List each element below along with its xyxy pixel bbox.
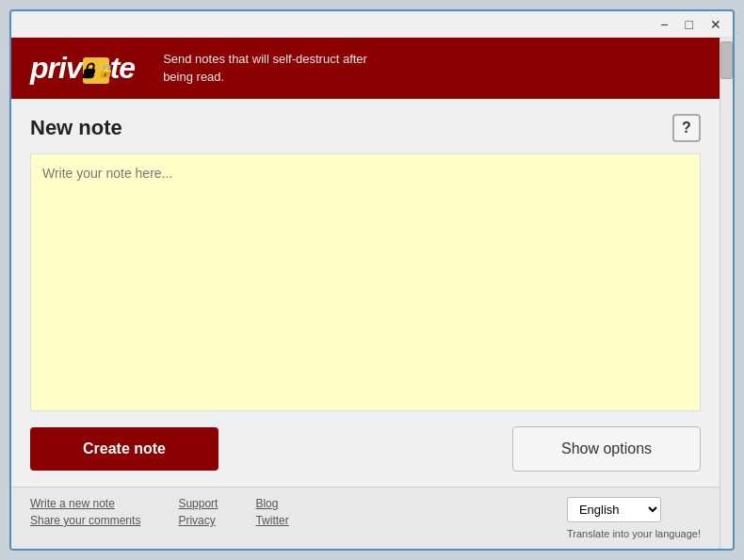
title-bar-controls: − □ ✕ bbox=[656, 16, 725, 33]
support-link[interactable]: Support bbox=[178, 497, 218, 510]
scrollbar-thumb[interactable] bbox=[720, 41, 733, 79]
footer-links-col3: Blog Twitter bbox=[255, 497, 288, 527]
actions-row: Create note Show options bbox=[30, 426, 701, 472]
footer: Write a new note Share your comments Sup… bbox=[11, 487, 720, 549]
show-options-button[interactable]: Show options bbox=[512, 426, 701, 472]
scrollbar[interactable] bbox=[720, 38, 733, 549]
twitter-link[interactable]: Twitter bbox=[255, 514, 288, 527]
app-logo: priv 🔒 te bbox=[30, 51, 135, 86]
blog-link[interactable]: Blog bbox=[255, 497, 288, 510]
language-select-container: English bbox=[567, 497, 701, 522]
app-header: priv 🔒 te Send notes that will self-dest… bbox=[11, 38, 720, 99]
tagline-line1: Send notes that will self-destruct after bbox=[163, 52, 367, 66]
note-container: PPL bbox=[30, 153, 701, 411]
app-window: − □ ✕ priv 🔒 te Send notes that will sel… bbox=[9, 9, 735, 551]
window-content: priv 🔒 te Send notes that will self-dest… bbox=[11, 38, 733, 549]
lock-icon: 🔒 bbox=[97, 63, 112, 78]
page-header: New note ? bbox=[30, 114, 701, 142]
page-content: New note ? PPL Create note Show options bbox=[11, 99, 720, 487]
header-tagline: Send notes that will self-destruct after… bbox=[163, 51, 367, 85]
create-note-button[interactable]: Create note bbox=[30, 427, 218, 471]
main-area: priv 🔒 te Send notes that will self-dest… bbox=[11, 38, 720, 549]
write-new-note-link[interactable]: Write a new note bbox=[30, 497, 140, 510]
page-title: New note bbox=[30, 116, 122, 140]
share-comments-link[interactable]: Share your comments bbox=[30, 514, 140, 527]
close-button[interactable]: ✕ bbox=[706, 16, 725, 33]
help-button[interactable]: ? bbox=[672, 114, 701, 142]
title-bar: − □ ✕ bbox=[11, 11, 733, 38]
footer-links-col1: Write a new note Share your comments bbox=[30, 497, 140, 527]
logo-text-part1: priv bbox=[30, 51, 82, 86]
note-input[interactable] bbox=[30, 153, 701, 411]
maximize-button[interactable]: □ bbox=[682, 16, 697, 33]
minimize-button[interactable]: − bbox=[656, 16, 671, 33]
tagline-line2: being read. bbox=[163, 70, 224, 84]
translate-label: Translate into your language! bbox=[567, 528, 701, 539]
logo-lock-icon: 🔒 bbox=[83, 57, 109, 84]
privacy-link[interactable]: Privacy bbox=[178, 514, 218, 527]
footer-links-col2: Support Privacy bbox=[178, 497, 218, 527]
logo-text-part2: te bbox=[110, 51, 135, 86]
footer-language: English Translate into your language! bbox=[567, 497, 701, 539]
language-select[interactable]: English bbox=[567, 497, 661, 522]
